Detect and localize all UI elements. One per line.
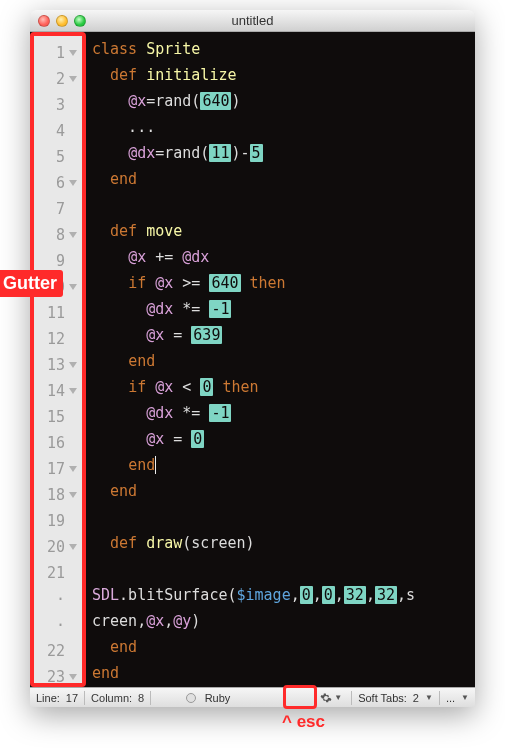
gutter-line[interactable]: 1 — [34, 40, 82, 66]
token: end — [110, 482, 137, 500]
code-line[interactable]: @dx=rand(11)-5 — [92, 140, 475, 166]
token: @x — [146, 430, 164, 448]
code-line[interactable]: ... — [92, 114, 475, 140]
code-line[interactable]: end — [92, 660, 475, 686]
line-number: 12 — [47, 330, 65, 348]
code-line[interactable]: if @x < 0 then — [92, 374, 475, 400]
token: 0 — [200, 378, 213, 396]
code-line[interactable] — [92, 192, 475, 218]
token — [92, 66, 110, 84]
token: def — [110, 66, 146, 84]
code-line[interactable]: @x=rand(640) — [92, 88, 475, 114]
bundle-menu-button[interactable]: ▼ — [317, 692, 345, 704]
minimize-icon[interactable] — [56, 15, 68, 27]
status-col-label: Column: — [91, 692, 132, 704]
code-line[interactable]: @dx *= -1 — [92, 400, 475, 426]
gutter-line[interactable]: 15 — [34, 404, 82, 430]
fold-icon[interactable] — [68, 490, 78, 500]
code-line[interactable]: end — [92, 348, 475, 374]
token: *= — [173, 404, 209, 422]
token: ) — [231, 92, 240, 110]
window-title: untitled — [30, 13, 475, 28]
token — [92, 638, 110, 656]
gutter-line[interactable]: 6 — [34, 170, 82, 196]
softtabs-value[interactable]: 2 — [413, 692, 419, 704]
gutter-line[interactable]: 11 — [34, 300, 82, 326]
gutter-line[interactable]: 12 — [34, 326, 82, 352]
gutter-line[interactable]: · — [34, 612, 82, 638]
code-line[interactable]: end — [92, 452, 475, 478]
code-area[interactable]: class Sprite def initialize @x=rand(640)… — [86, 32, 475, 687]
fold-icon[interactable] — [68, 360, 78, 370]
language-label[interactable]: Ruby — [205, 692, 231, 704]
fold-icon[interactable] — [68, 178, 78, 188]
token — [241, 274, 250, 292]
token: = — [164, 430, 191, 448]
gutter-line[interactable]: 14 — [34, 378, 82, 404]
chevron-down-icon[interactable]: ▼ — [461, 693, 469, 702]
gutter-line[interactable]: 13 — [34, 352, 82, 378]
status-line-value[interactable]: 17 — [66, 692, 78, 704]
code-line[interactable] — [92, 504, 475, 530]
fold-icon[interactable] — [68, 672, 78, 682]
code-line[interactable]: def draw(screen) — [92, 530, 475, 556]
code-line[interactable]: if @x >= 640 then — [92, 270, 475, 296]
code-line[interactable]: def move — [92, 218, 475, 244]
token: -1 — [209, 300, 231, 318]
line-number: 15 — [47, 408, 65, 426]
code-line[interactable]: def initialize — [92, 62, 475, 88]
token: end — [110, 638, 137, 656]
fold-icon — [68, 204, 78, 214]
line-number: 7 — [56, 200, 65, 218]
code-line[interactable]: end — [92, 166, 475, 192]
code-line[interactable]: @x += @dx — [92, 244, 475, 270]
gutter[interactable]: 123456789101112131415161718192021··2223 — [30, 32, 86, 687]
separator — [84, 691, 85, 705]
titlebar[interactable]: untitled — [30, 10, 475, 32]
code-line[interactable]: class Sprite — [92, 36, 475, 62]
token: Sprite — [146, 40, 200, 58]
gutter-line[interactable]: 7 — [34, 196, 82, 222]
gutter-line[interactable]: 23 — [34, 664, 82, 690]
code-line[interactable]: @x = 639 — [92, 322, 475, 348]
code-line[interactable] — [92, 556, 475, 582]
token: @dx — [128, 144, 155, 162]
gutter-annotation: Gutter — [0, 270, 63, 297]
gutter-line[interactable]: · — [34, 586, 82, 612]
fold-icon[interactable] — [68, 230, 78, 240]
token: =rand( — [146, 92, 200, 110]
gutter-line[interactable]: 5 — [34, 144, 82, 170]
code-line[interactable]: @x = 0 — [92, 426, 475, 452]
token: 640 — [200, 92, 231, 110]
code-line[interactable]: end — [92, 478, 475, 504]
code-line[interactable]: end — [92, 634, 475, 660]
traffic-lights — [30, 15, 86, 27]
gutter-line[interactable]: 19 — [34, 508, 82, 534]
symbol-popup[interactable]: ... — [446, 692, 455, 704]
status-col-value[interactable]: 8 — [138, 692, 144, 704]
gutter-line[interactable]: 2 — [34, 66, 82, 92]
zoom-icon[interactable] — [74, 15, 86, 27]
fold-icon[interactable] — [68, 74, 78, 84]
gutter-line[interactable]: 18 — [34, 482, 82, 508]
gutter-line[interactable]: 21 — [34, 560, 82, 586]
gutter-line[interactable]: 3 — [34, 92, 82, 118]
status-bar: Line: 17 Column: 8 Ruby ▼ Soft Tabs: 2 ▼… — [30, 687, 475, 707]
fold-icon[interactable] — [68, 464, 78, 474]
fold-icon[interactable] — [68, 542, 78, 552]
fold-icon[interactable] — [68, 386, 78, 396]
chevron-down-icon[interactable]: ▼ — [425, 693, 433, 702]
token: @x — [146, 326, 164, 344]
gutter-line[interactable]: 20 — [34, 534, 82, 560]
code-line[interactable]: @dx *= -1 — [92, 296, 475, 322]
code-line[interactable]: creen,@x,@y) — [92, 608, 475, 634]
gutter-line[interactable]: 22 — [34, 638, 82, 664]
close-icon[interactable] — [38, 15, 50, 27]
fold-icon[interactable] — [68, 282, 78, 292]
code-line[interactable]: SDL.blitSurface($image,0,0,32,32,s — [92, 582, 475, 608]
fold-icon[interactable] — [68, 48, 78, 58]
gutter-line[interactable]: 4 — [34, 118, 82, 144]
gutter-line[interactable]: 16 — [34, 430, 82, 456]
gutter-line[interactable]: 17 — [34, 456, 82, 482]
gutter-line[interactable]: 8 — [34, 222, 82, 248]
